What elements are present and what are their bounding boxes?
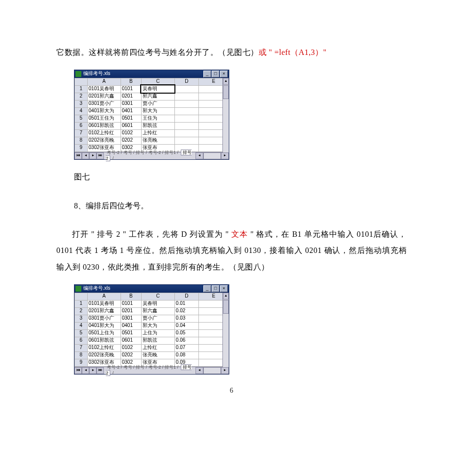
table-row[interactable]: 30301贾小广0301贾小广 (75, 100, 229, 107)
cell[interactable]: 0501 (121, 329, 141, 337)
scroll-left-icon[interactable]: ◂ (195, 152, 203, 159)
cell[interactable]: 0401郭大为 (87, 322, 121, 329)
excel7-grid[interactable]: A B C D E 10101吴春明0101吴春明 20201郭六鑫0201郭六… (74, 78, 229, 152)
row-header[interactable]: 9 (75, 144, 88, 151)
scroll-up-icon[interactable]: ▴ (223, 293, 229, 300)
cell[interactable]: 郭凯弦 (141, 337, 174, 344)
select-all-cell[interactable] (75, 78, 88, 85)
cell[interactable]: 郭凯弦 (141, 122, 174, 129)
table-row[interactable]: 70102上怜红0102上怜红 (75, 129, 229, 137)
maximize-button[interactable]: □ (212, 71, 219, 77)
cell[interactable]: 0501 (121, 115, 141, 122)
cell[interactable] (174, 137, 198, 144)
cell[interactable]: 上住为 (141, 329, 174, 337)
cell[interactable]: 0.07 (174, 344, 198, 351)
sheet-tabs-inactive[interactable]: 考号-2 / 考号 / 排号 / 考号-2 / 排号1 / (106, 150, 179, 155)
cell[interactable]: 0101吴春明 (87, 300, 121, 307)
row-header[interactable]: 4 (75, 107, 88, 115)
row-header[interactable]: 7 (75, 129, 88, 137)
row-header[interactable]: 2 (75, 93, 88, 100)
cell[interactable] (174, 115, 198, 122)
cell[interactable]: 0.05 (174, 329, 198, 337)
cell[interactable]: 0601 (121, 337, 141, 344)
row-header[interactable]: 1 (75, 300, 88, 307)
col-header-C[interactable]: C (141, 293, 174, 300)
cell[interactable]: 郭六鑫 (141, 307, 174, 315)
col-header-A[interactable]: A (87, 293, 121, 300)
table-row[interactable]: 20201郭六鑫0201郭六鑫0.02 (75, 307, 229, 315)
tab-nav-last[interactable]: ⏭ (97, 367, 104, 374)
cell[interactable]: 0102 (121, 129, 141, 137)
table-row[interactable]: 40401郭大为0401郭大为0.04 (75, 322, 229, 329)
table-row[interactable]: 50501王住为0501王住为 (75, 115, 229, 122)
cell[interactable]: 0101 (121, 85, 141, 93)
cell[interactable]: 0.03 (174, 315, 198, 322)
vertical-scrollbar[interactable]: ▴ (222, 78, 229, 152)
row-header[interactable]: 5 (75, 329, 88, 337)
tab-nav-last[interactable]: ⏭ (97, 152, 104, 159)
select-all-cell[interactable] (75, 293, 88, 300)
cell[interactable]: 王住为 (141, 115, 174, 122)
scroll-thumb[interactable] (223, 85, 229, 99)
row-header[interactable]: 2 (75, 307, 88, 315)
cell[interactable]: 上怜红 (141, 129, 174, 137)
cell[interactable]: 张亮晚 (141, 351, 174, 359)
row-header[interactable]: 5 (75, 115, 88, 122)
scroll-track[interactable] (203, 152, 221, 159)
cell[interactable]: 0401 (121, 107, 141, 115)
cell[interactable]: 0102上怜红 (87, 344, 121, 351)
active-cell[interactable]: 吴春明 (141, 85, 174, 93)
table-row[interactable]: 80202张亮晚0202张亮晚 (75, 137, 229, 144)
minimize-button[interactable]: _ (203, 71, 211, 77)
col-header-B[interactable]: B (121, 293, 141, 300)
table-row[interactable]: 70102上怜红0102上怜红0.07 (75, 344, 229, 351)
scroll-left-icon[interactable]: ◂ (195, 367, 203, 374)
table-row[interactable]: 10101吴春明0101吴春明0.01 (75, 300, 229, 307)
cell[interactable]: 0501王住为 (87, 115, 121, 122)
minimize-button[interactable]: _ (203, 285, 211, 292)
cell[interactable]: 0201 (121, 93, 141, 100)
cell[interactable]: 0.06 (174, 337, 198, 344)
table-row[interactable]: 80202张亮晚0202张亮晚0.08 (75, 351, 229, 359)
row-header[interactable]: 8 (75, 137, 88, 144)
cell[interactable]: 0202 (121, 351, 141, 359)
tab-nav-next[interactable]: ▸ (89, 367, 97, 374)
cell[interactable]: 0202 (121, 137, 141, 144)
cell[interactable]: 0102 (121, 344, 141, 351)
cell[interactable] (174, 100, 198, 107)
row-header[interactable]: 9 (75, 359, 88, 366)
cell[interactable] (174, 122, 198, 129)
cell[interactable]: 郭大为 (141, 322, 174, 329)
table-row[interactable]: 50501上住为0501上住为0.05 (75, 329, 229, 337)
table-row[interactable]: 40401郭大为0401郭大为 (75, 107, 229, 115)
scroll-right-icon[interactable]: ▸ (221, 152, 229, 159)
cell[interactable]: 0501上住为 (87, 329, 121, 337)
excel8-grid[interactable]: A B C D E 10101吴春明0101吴春明0.01 20201郭六鑫02… (74, 293, 229, 367)
cell[interactable] (174, 107, 198, 115)
col-header-A[interactable]: A (87, 78, 121, 85)
horizontal-scrollbar[interactable]: ◂ ▸ (195, 367, 229, 374)
tab-nav-first[interactable]: ⏮ (74, 367, 82, 374)
scroll-track[interactable] (203, 367, 221, 374)
table-row[interactable]: 10101吴春明0101吴春明 (75, 85, 229, 93)
tab-nav-prev[interactable]: ◂ (82, 152, 89, 159)
sheet-tabs-inactive[interactable]: 考号-2 / 考号 / 排号 / 考号-2 / 排号1 / (106, 365, 179, 370)
cell[interactable]: 0601郭凯弦 (87, 122, 121, 129)
cell[interactable]: 0301 (121, 100, 141, 107)
cell[interactable]: 0401 (121, 322, 141, 329)
cell[interactable]: 0.04 (174, 322, 198, 329)
cell[interactable]: 0.02 (174, 307, 198, 315)
col-header-C[interactable]: C (141, 78, 174, 85)
cell[interactable]: 0301贾小广 (87, 100, 121, 107)
cell[interactable] (174, 129, 198, 137)
row-header[interactable]: 6 (75, 337, 88, 344)
cell[interactable] (174, 85, 198, 93)
col-header-D[interactable]: D (174, 293, 198, 300)
cell[interactable]: 0301 (121, 315, 141, 322)
table-row[interactable]: 30301贾小广0301贾小广0.03 (75, 315, 229, 322)
cell[interactable]: 上怜红 (141, 344, 174, 351)
maximize-button[interactable]: □ (212, 285, 219, 292)
tab-nav-prev[interactable]: ◂ (82, 367, 89, 374)
cell[interactable]: 0101 (121, 300, 141, 307)
cell[interactable]: 0601 (121, 122, 141, 129)
